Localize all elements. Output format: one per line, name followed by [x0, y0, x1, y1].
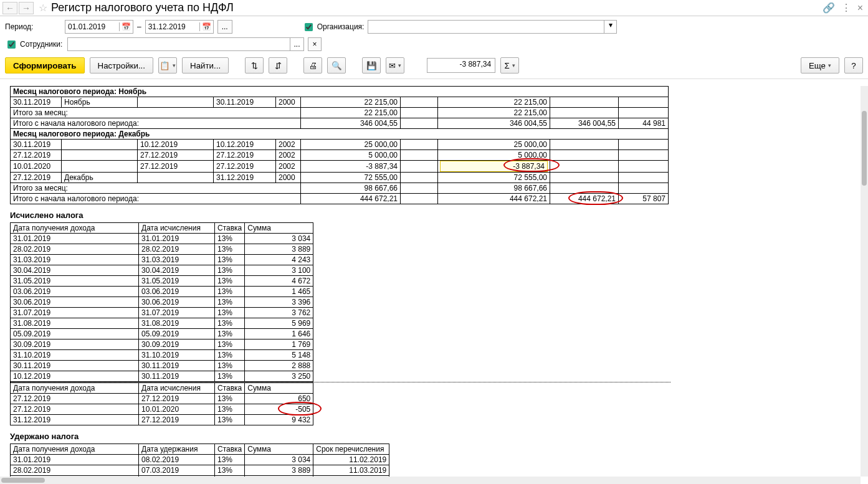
email-button[interactable]: ✉▾	[386, 57, 404, 74]
find-button[interactable]: Найти...	[182, 57, 229, 74]
generate-button[interactable]: Сформировать	[5, 57, 85, 74]
save-button[interactable]: 💾	[362, 57, 381, 74]
calendar-icon[interactable]: 📅	[199, 22, 213, 31]
printer-icon: 🖨	[309, 61, 317, 70]
period-label: Период:	[5, 22, 61, 31]
close-icon[interactable]: ×	[857, 2, 863, 14]
nav-forward-button[interactable]: →	[19, 2, 34, 14]
date-separator: –	[137, 22, 141, 31]
employees-picker-button[interactable]: ...	[290, 38, 303, 50]
collapse-button[interactable]: ⇵	[269, 57, 287, 74]
preview-button[interactable]: 🔍	[327, 57, 346, 74]
more-button[interactable]: Еще ▾	[801, 57, 839, 74]
employees-checkbox[interactable]: Сотрудники:	[5, 39, 64, 50]
favorite-star-icon[interactable]: ☆	[39, 2, 47, 14]
sigma-button[interactable]: Σ▾	[500, 57, 519, 74]
date-from-input[interactable]: 📅	[65, 20, 133, 34]
sum-display: -3 887,34	[427, 58, 495, 73]
print-button[interactable]: 🖨	[303, 57, 322, 74]
org-checkbox[interactable]: Организация:	[302, 21, 365, 33]
calendar-icon[interactable]: 📅	[119, 22, 133, 31]
org-select[interactable]: ▾	[368, 20, 617, 34]
kebab-menu-icon[interactable]: ⋮	[841, 2, 851, 14]
envelope-icon: ✉	[389, 61, 396, 70]
chevron-down-icon[interactable]: ▾	[604, 21, 616, 33]
help-button[interactable]: ?	[844, 57, 863, 74]
employees-clear-button[interactable]: ×	[308, 37, 322, 51]
settings-button[interactable]: Настройки...	[90, 57, 153, 74]
employees-input[interactable]: ...	[67, 37, 304, 51]
expand-button[interactable]: ⇅	[245, 57, 264, 74]
date-to-input[interactable]: 📅	[145, 20, 214, 34]
link-icon[interactable]: 🔗	[823, 2, 835, 14]
period-picker-button[interactable]: ...	[217, 20, 232, 34]
nav-back-button[interactable]: ←	[2, 2, 17, 14]
copy-button[interactable]: 📋▾	[158, 57, 177, 74]
floppy-icon: 💾	[366, 61, 377, 70]
page-title: Регистр налогового учета по НДФЛ	[51, 1, 823, 14]
